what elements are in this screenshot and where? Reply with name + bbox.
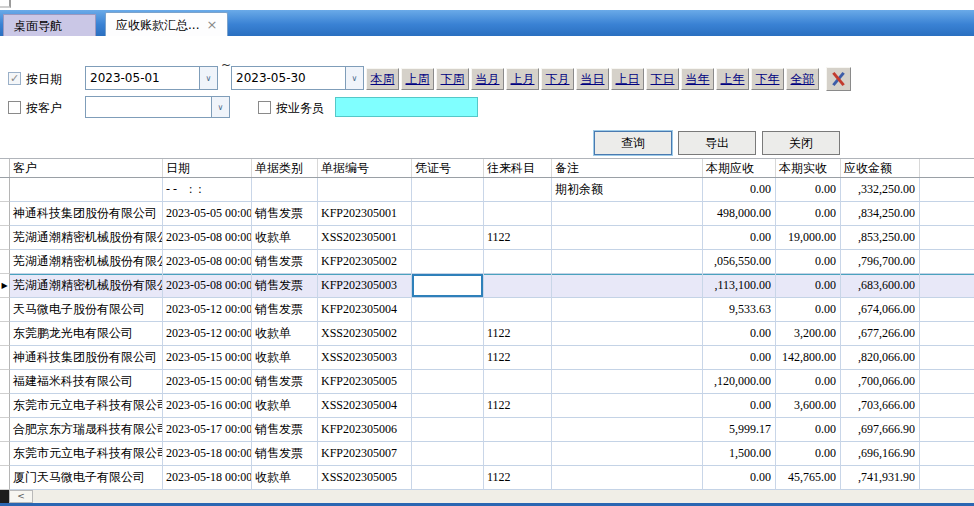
by-date-checkbox[interactable]: ✓ [8,72,21,85]
cell-doc_no[interactable]: KFP202305001 [318,202,412,226]
cell-remark[interactable] [552,466,703,490]
quick-range-button[interactable]: 当月 [471,68,504,90]
cell-doc_no[interactable]: KFP202305005 [318,370,412,394]
row-gutter[interactable] [0,370,10,394]
cell-voucher_no[interactable] [412,250,484,274]
cell-doc_type[interactable] [252,178,318,202]
cell-account[interactable]: 1122 [484,322,552,346]
cell-customer[interactable]: 东莞市元立电子科技有限公司 [10,394,163,418]
row-gutter[interactable] [0,418,10,442]
cell-received[interactable]: 0.00 [776,298,841,322]
cell-account[interactable] [484,274,552,298]
cell-remark[interactable] [552,346,703,370]
cell-date[interactable]: 2023-05-05 00:00:00 [163,202,252,226]
cell-customer[interactable]: 厦门天马微电子有限公司 [10,466,163,490]
cell-customer[interactable]: 芜湖通潮精密机械股份有限公司 [10,226,163,250]
row-gutter[interactable] [0,322,10,346]
cell-voucher_no[interactable] [412,394,484,418]
table-row[interactable]: - - : :期初余额0.000.00,332,250.00 [0,178,974,202]
cell-voucher_no[interactable] [412,346,484,370]
cell-receivable[interactable]: 0.00 [703,226,776,250]
cell-customer[interactable]: 神通科技集团股份有限公司 [10,202,163,226]
cell-doc_no[interactable]: KFP202305004 [318,298,412,322]
cell-received[interactable]: 19,000.00 [776,226,841,250]
scroll-left-arrow-icon[interactable]: < [9,490,33,503]
cell-receivable[interactable]: 498,000.00 [703,202,776,226]
table-row[interactable]: 东莞鹏龙光电有限公司2023-05-12 00:00:00收款单XSS20230… [0,322,974,346]
row-gutter[interactable] [0,466,10,490]
cell-doc_type[interactable]: 销售发票 [252,442,318,466]
cell-amount[interactable]: ,332,250.00 [841,178,920,202]
cell-customer[interactable]: 合肥京东方瑞晟科技有限公司 [10,418,163,442]
cell-account[interactable]: 1122 [484,394,552,418]
column-header-doc_no[interactable]: 单据编号 [318,159,412,177]
cell-voucher_no[interactable] [412,418,484,442]
cell-amount[interactable]: ,834,250.00 [841,202,920,226]
column-header-voucher_no[interactable]: 凭证号 [412,159,484,177]
cell-receivable[interactable]: 5,999.17 [703,418,776,442]
cell-amount[interactable]: ,674,066.00 [841,298,920,322]
cell-received[interactable]: 0.00 [776,418,841,442]
cell-remark[interactable]: 期初余额 [552,178,703,202]
cell-date[interactable]: 2023-05-18 00:00:00 [163,466,252,490]
table-row[interactable]: 神通科技集团股份有限公司2023-05-05 00:00:00销售发票KFP20… [0,202,974,226]
date-from-combo[interactable]: 2023-05-01 ∨ [85,66,218,90]
row-gutter[interactable] [0,178,10,202]
cell-doc_type[interactable]: 销售发票 [252,202,318,226]
cell-received[interactable]: 3,600.00 [776,394,841,418]
cell-date[interactable]: 2023-05-15 00:00:00 [163,370,252,394]
cell-account[interactable]: 1122 [484,346,552,370]
cell-receivable[interactable]: 0.00 [703,322,776,346]
cell-customer[interactable]: 天马微电子股份有限公司 [10,298,163,322]
quick-range-button[interactable]: 上年 [716,68,749,90]
cell-remark[interactable] [552,370,703,394]
cell-remark[interactable] [552,442,703,466]
current-row-marker-icon[interactable]: ▶ [0,274,10,298]
scrollbar-track[interactable] [33,490,974,503]
column-header-date[interactable]: 日期 [163,159,252,177]
table-row[interactable]: 福建福米科技有限公司2023-05-15 00:00:00销售发票KFP2023… [0,370,974,394]
cell-date[interactable]: 2023-05-08 00:00:00 [163,226,252,250]
table-row[interactable]: 东莞市元立电子科技有限公司2023-05-16 00:00:00收款单XSS20… [0,394,974,418]
cell-account[interactable] [484,178,552,202]
query-button[interactable]: 查询 [594,131,672,155]
cell-amount[interactable]: ,820,066.00 [841,346,920,370]
cell-doc_type[interactable]: 收款单 [252,226,318,250]
cell-amount[interactable]: ,697,666.90 [841,418,920,442]
cell-received[interactable]: 3,200.00 [776,322,841,346]
table-row[interactable]: 天马微电子股份有限公司2023-05-12 00:00:00销售发票KFP202… [0,298,974,322]
table-row[interactable]: 芜湖通潮精密机械股份有限公司2023-05-08 00:00:00收款单XSS2… [0,226,974,250]
cell-voucher_no[interactable] [412,466,484,490]
by-customer-checkbox[interactable] [8,101,21,114]
row-gutter[interactable] [0,394,10,418]
cell-amount[interactable]: ,741,931.90 [841,466,920,490]
quick-range-button[interactable]: 本周 [366,68,399,90]
cell-receivable[interactable]: 9,533.63 [703,298,776,322]
cell-date[interactable]: 2023-05-15 00:00:00 [163,346,252,370]
cell-doc_type[interactable]: 收款单 [252,346,318,370]
cell-doc_no[interactable]: XSS202305004 [318,394,412,418]
cell-receivable[interactable]: 0.00 [703,178,776,202]
cell-doc_no[interactable]: KFP202305003 [318,274,412,298]
cell-date[interactable]: 2023-05-18 00:00:00 [163,442,252,466]
cell-doc_type[interactable]: 销售发票 [252,274,318,298]
row-gutter[interactable] [0,298,10,322]
export-button[interactable]: 导出 [678,131,756,155]
quick-range-button[interactable]: 下周 [436,68,469,90]
cell-receivable[interactable]: 0.00 [703,394,776,418]
cell-remark[interactable] [552,250,703,274]
cell-account[interactable] [484,202,552,226]
cell-remark[interactable] [552,274,703,298]
table-row[interactable]: 东莞市元立电子科技有限公司2023-05-18 00:00:00销售发票KFP2… [0,442,974,466]
cell-received[interactable]: 0.00 [776,250,841,274]
row-gutter[interactable] [0,202,10,226]
table-row[interactable]: 芜湖通潮精密机械股份有限公司2023-05-08 00:00:00销售发票KFP… [0,250,974,274]
cell-customer[interactable]: 福建福米科技有限公司 [10,370,163,394]
cell-amount[interactable]: ,796,700.00 [841,250,920,274]
cell-date[interactable]: 2023-05-17 00:00:00 [163,418,252,442]
cell-doc_no[interactable]: XSS202305002 [318,322,412,346]
cell-received[interactable]: 0.00 [776,178,841,202]
quick-range-button[interactable]: 下月 [541,68,574,90]
tab-receivables-summary[interactable]: 应收账款汇总... × [105,12,228,36]
cell-remark[interactable] [552,202,703,226]
